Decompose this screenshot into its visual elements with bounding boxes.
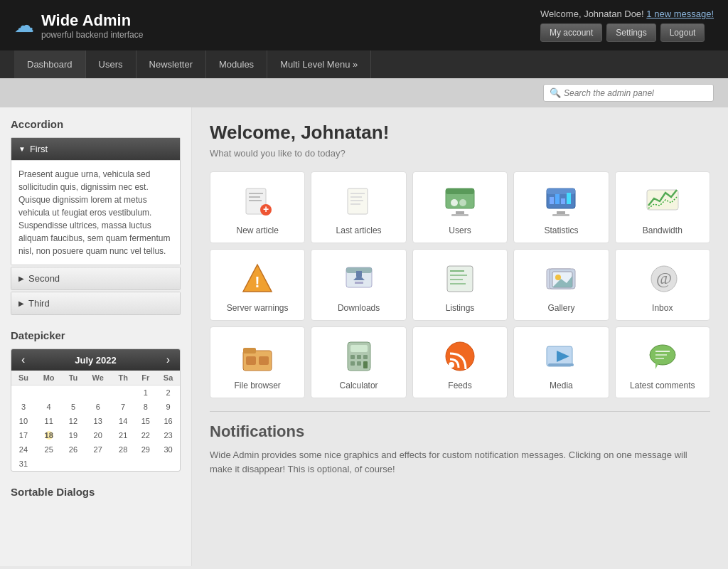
dp-day[interactable]: 3 xyxy=(11,400,36,414)
icon-card-downloads[interactable]: Downloads xyxy=(311,249,406,321)
dp-day[interactable]: 26 xyxy=(62,442,84,457)
dp-day[interactable]: 22 xyxy=(135,428,157,442)
icon-card-bandwidth[interactable]: Bandwidth xyxy=(615,171,710,243)
server-warnings-icon: ! xyxy=(239,260,276,297)
svg-rect-30 xyxy=(355,282,363,284)
dp-day[interactable]: 2 xyxy=(156,385,180,400)
nav-newsletter[interactable]: Newsletter xyxy=(136,50,206,78)
dp-day[interactable]: 6 xyxy=(85,400,112,414)
my-account-button[interactable]: My account xyxy=(540,23,602,42)
settings-button[interactable]: Settings xyxy=(606,23,655,42)
icon-card-latest-comments[interactable]: Latest comments xyxy=(615,326,710,398)
dp-day[interactable]: 18 xyxy=(36,428,62,442)
dp-day xyxy=(135,457,157,471)
dp-day[interactable]: 9 xyxy=(156,400,180,414)
dp-day[interactable]: 1 xyxy=(135,385,157,400)
notifications-text: Wide Admin provides some nice graphics a… xyxy=(210,448,710,476)
svg-rect-9 xyxy=(350,200,363,201)
dp-day xyxy=(112,457,135,471)
accordion-title: Accordion xyxy=(11,118,181,130)
icon-card-last-articles[interactable]: Last articles xyxy=(311,171,406,243)
icon-card-calculator[interactable]: Calculator xyxy=(311,326,406,398)
svg-rect-19 xyxy=(550,197,554,204)
svg-rect-53 xyxy=(363,355,368,359)
icon-card-new-article[interactable]: + New article xyxy=(210,171,305,243)
nav-multilevel[interactable]: Multi Level Menu » xyxy=(267,50,371,78)
dp-day[interactable]: 8 xyxy=(135,400,157,414)
icon-card-file-browser[interactable]: File browser xyxy=(210,326,305,398)
icon-card-feeds[interactable]: Feeds xyxy=(412,326,508,398)
nav-modules[interactable]: Modules xyxy=(206,50,267,78)
icon-card-listings[interactable]: Listings xyxy=(412,249,508,321)
accordion-header-second[interactable]: ▶ Second xyxy=(11,267,180,289)
dp-day-sa: Sa xyxy=(156,371,180,385)
dp-day[interactable]: 19 xyxy=(62,428,84,442)
dp-day[interactable]: 17 xyxy=(11,428,36,442)
dp-day[interactable]: 7 xyxy=(112,400,135,414)
new-message-link[interactable]: 1 new message! xyxy=(646,9,714,19)
svg-rect-7 xyxy=(350,193,365,194)
dp-day[interactable]: 14 xyxy=(112,414,135,428)
icon-grid: + New article Last articles xyxy=(210,171,710,398)
logo-subtitle: powerful backend interface xyxy=(41,30,143,40)
dp-day[interactable]: 25 xyxy=(36,442,62,457)
search-wrapper: 🔍 xyxy=(543,84,714,102)
icon-card-inbox[interactable]: @ Inbox xyxy=(615,249,710,321)
dp-day[interactable]: 15 xyxy=(135,414,157,428)
dp-day[interactable]: 24 xyxy=(11,442,36,457)
accordion-header-third[interactable]: ▶ Third xyxy=(11,292,180,314)
dp-day[interactable]: 21 xyxy=(112,428,135,442)
gallery-icon xyxy=(542,260,579,297)
dp-day[interactable]: 20 xyxy=(85,428,112,442)
svg-rect-16 xyxy=(451,214,469,216)
svg-rect-3 xyxy=(249,200,262,201)
icon-card-media[interactable]: Media xyxy=(513,326,609,398)
dp-day[interactable]: 29 xyxy=(135,442,157,457)
dp-day[interactable]: 10 xyxy=(11,414,36,428)
icon-card-statistics[interactable]: Statistics xyxy=(513,171,609,243)
search-icon: 🔍 xyxy=(550,87,561,98)
accordion-third: ▶ Third xyxy=(11,292,181,315)
media-icon xyxy=(542,338,579,375)
dp-day[interactable]: 28 xyxy=(112,442,135,457)
dp-day[interactable]: 5 xyxy=(62,400,84,414)
header: ☁ Wide Admin powerful backend interface … xyxy=(0,0,728,50)
icon-card-label-users: Users xyxy=(449,225,471,235)
dp-day xyxy=(112,385,135,400)
datepicker-next-btn[interactable]: › xyxy=(164,353,173,366)
icon-card-label-media: Media xyxy=(550,381,573,390)
dp-day[interactable]: 30 xyxy=(156,442,180,457)
dp-day xyxy=(11,385,36,400)
svg-rect-50 xyxy=(350,345,368,352)
dp-day[interactable]: 13 xyxy=(85,414,112,428)
welcome-name: Johnatan xyxy=(301,122,383,143)
search-input[interactable] xyxy=(564,88,707,98)
dp-day[interactable]: 31 xyxy=(11,457,36,471)
icon-card-gallery[interactable]: Gallery xyxy=(513,249,609,321)
dp-day[interactable]: 12 xyxy=(62,414,84,428)
icon-card-label-server-warnings: Server warnings xyxy=(227,303,289,313)
dp-day[interactable]: 16 xyxy=(156,414,180,428)
svg-rect-12 xyxy=(446,188,474,194)
accordion-arrow-first: ▼ xyxy=(18,145,26,153)
svg-rect-51 xyxy=(350,355,355,359)
svg-rect-10 xyxy=(350,203,360,205)
welcome-message: Welcome, Johnatan Doe! 1 new message! xyxy=(540,9,714,19)
svg-rect-47 xyxy=(246,356,256,365)
dp-day[interactable]: 23 xyxy=(156,428,180,442)
logout-button[interactable]: Logout xyxy=(660,23,705,42)
sidebar: Accordion ▼ First Praesent augue urna, v… xyxy=(0,107,192,566)
accordion-header-first[interactable]: ▼ First xyxy=(11,138,180,160)
dp-day[interactable]: 27 xyxy=(85,442,112,457)
icon-card-server-warnings[interactable]: ! Server warnings xyxy=(210,249,305,321)
dp-day[interactable]: 4 xyxy=(36,400,62,414)
dp-day[interactable]: 11 xyxy=(36,414,62,428)
nav-users[interactable]: Users xyxy=(86,50,136,78)
icon-card-label-bandwidth: Bandwidth xyxy=(643,225,682,235)
datepicker-prev-btn[interactable]: ‹ xyxy=(18,353,28,366)
logo-title: Wide Admin xyxy=(41,11,143,30)
nav-dashboard[interactable]: Dashboard xyxy=(14,50,86,78)
svg-text:+: + xyxy=(263,203,269,215)
datepicker: ‹ July 2022 › Su Mo Tu We Th Fr Sa xyxy=(11,349,181,472)
icon-card-users[interactable]: Users xyxy=(412,171,508,243)
